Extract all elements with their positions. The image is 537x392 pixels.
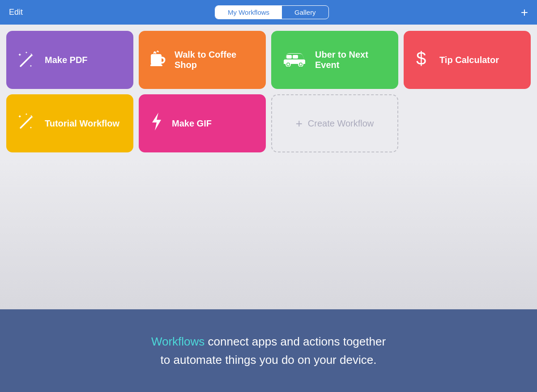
workflow-grid: ✦ ✦ ✦ Make PDF Walk to Coffee S	[0, 25, 537, 159]
wand-icon: ✦ ✦ ✦	[17, 50, 37, 70]
svg-text:✦: ✦	[25, 51, 28, 54]
svg-text:✦: ✦	[25, 113, 28, 116]
svg-point-15	[300, 63, 302, 65]
tab-gallery[interactable]: Gallery	[282, 6, 328, 19]
make-gif-label: Make GIF	[172, 118, 212, 129]
uber-label: Uber to Next Event	[315, 50, 388, 70]
footer-highlight: Workflows	[151, 335, 205, 348]
plus-icon: +	[296, 117, 303, 131]
workflow-card-walk[interactable]: Walk to Coffee Shop	[139, 31, 266, 89]
make-pdf-label: Make PDF	[45, 55, 88, 65]
footer: Workflows connect apps and actions toget…	[0, 309, 537, 392]
svg-text:✦: ✦	[18, 52, 21, 57]
tutorial-label: Tutorial Workflow	[45, 118, 119, 129]
walk-label: Walk to Coffee Shop	[175, 50, 255, 70]
car-icon	[282, 50, 307, 71]
footer-line2: to automate things you do on your device…	[161, 353, 377, 367]
svg-point-14	[287, 63, 290, 65]
svg-text:$: $	[416, 48, 426, 68]
workflow-card-create[interactable]: + Create Workflow	[271, 94, 398, 152]
dollar-icon: $	[414, 48, 431, 72]
svg-text:✦: ✦	[18, 114, 21, 119]
footer-line1: Workflows connect apps and actions toget…	[151, 335, 386, 349]
svg-rect-11	[293, 55, 298, 59]
workflow-card-tutorial[interactable]: ✦ ✦ ✦ Tutorial Workflow	[6, 94, 133, 152]
svg-marker-22	[152, 113, 161, 131]
bolt-icon	[149, 112, 164, 135]
footer-line1-rest: connect apps and actions together	[205, 335, 386, 348]
coffee-icon	[149, 48, 166, 72]
tab-my-workflows[interactable]: My Workflows	[215, 6, 282, 19]
create-workflow-label: Create Workflow	[308, 118, 374, 129]
svg-rect-9	[150, 65, 162, 66]
workflow-card-uber[interactable]: Uber to Next Event	[271, 31, 398, 89]
workflow-card-make-pdf[interactable]: ✦ ✦ ✦ Make PDF	[6, 31, 133, 89]
svg-rect-8	[151, 55, 161, 64]
header: Edit My Workflows Gallery +	[0, 0, 537, 25]
tip-label: Tip Calculator	[439, 55, 499, 65]
svg-text:✦: ✦	[30, 64, 32, 67]
add-workflow-button[interactable]: +	[521, 6, 528, 19]
empty-content-area	[0, 159, 537, 309]
edit-button[interactable]: Edit	[9, 8, 23, 17]
svg-rect-10	[286, 55, 292, 59]
wand2-icon: ✦ ✦ ✦	[17, 112, 37, 135]
tab-switcher: My Workflows Gallery	[215, 5, 329, 19]
svg-text:✦: ✦	[30, 126, 32, 129]
workflow-card-make-gif[interactable]: Make GIF	[139, 94, 266, 152]
workflow-card-tip[interactable]: $ Tip Calculator	[404, 31, 531, 89]
